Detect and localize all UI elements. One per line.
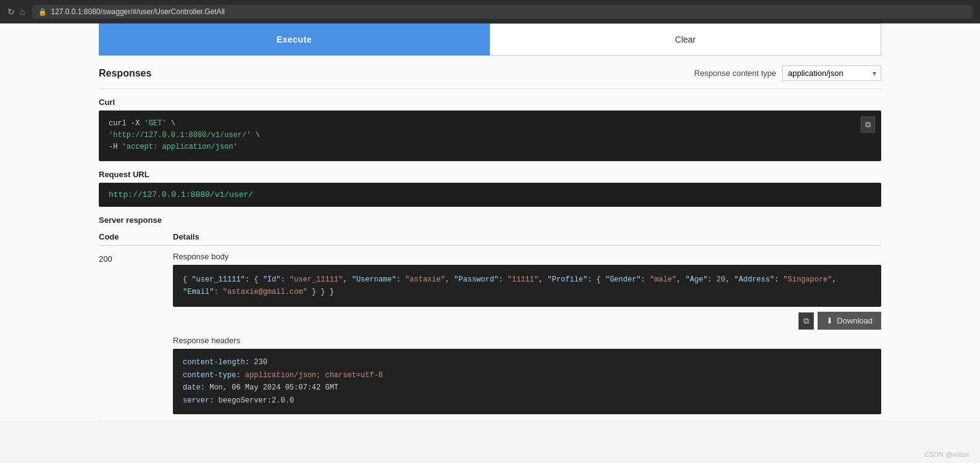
request-url-label: Request URL: [99, 161, 881, 183]
header-date: date: Mon, 06 May 2024 05:07:42 GMT: [183, 382, 871, 394]
copy-response-button[interactable]: ⧉: [798, 312, 814, 330]
home-button[interactable]: ⌂: [20, 7, 25, 17]
response-table-header: Code Details: [99, 228, 881, 246]
code-header: Code: [99, 232, 173, 241]
response-200-row: 200 Response body { "user_11111": { "Id"…: [99, 246, 881, 421]
response-type-select-wrapper: application/json: [782, 65, 881, 81]
response-code-200: 200: [99, 252, 173, 264]
server-response-label: Server response: [99, 207, 881, 228]
main-content: Execute Clear Responses Response content…: [0, 23, 980, 421]
clear-button[interactable]: Clear: [490, 23, 882, 56]
responses-title: Responses: [99, 68, 151, 79]
action-bar: Execute Clear: [99, 23, 881, 56]
url-text: 127.0.0.1:8080/swagger/#/user/UserContro…: [51, 7, 225, 16]
response-body-label: Response body: [173, 252, 881, 261]
response-content-type-select[interactable]: application/json: [782, 65, 881, 81]
curl-label: Curl: [99, 89, 881, 111]
curl-line1: curl -X 'GET' \: [109, 118, 871, 130]
browser-chrome: ↻ ⌂ 🔒 127.0.0.1:8080/swagger/#/user/User…: [0, 0, 980, 23]
header-server: server: beegoServer:2.0.0: [183, 394, 871, 407]
execute-button[interactable]: Execute: [99, 23, 490, 56]
header-content-length: content-length: 230: [183, 356, 871, 369]
curl-line3: -H 'accept: application/json': [109, 141, 871, 153]
download-icon: ⬇: [826, 316, 833, 325]
reload-button[interactable]: ↻: [7, 7, 15, 17]
address-bar[interactable]: 🔒 127.0.0.1:8080/swagger/#/user/UserCont…: [32, 5, 973, 19]
response-headers-label: Response headers: [173, 336, 881, 345]
response-type-row: Response content type application/json: [694, 65, 881, 81]
lock-icon: 🔒: [38, 8, 47, 16]
request-url-value: http://127.0.0.1:8080/v1/user/: [109, 190, 253, 199]
browser-controls: ↻ ⌂: [7, 7, 25, 17]
response-body-block: { "user_11111": { "Id": "user_11111", "U…: [173, 265, 881, 307]
download-label: Download: [837, 316, 873, 325]
response-details: Response body { "user_11111": { "Id": "u…: [173, 252, 881, 414]
download-area: ⧉ ⬇ Download: [173, 312, 881, 330]
curl-line2: 'http://127.0.0.1:8080/v1/user/' \: [109, 130, 871, 141]
details-header: Details: [173, 232, 199, 241]
responses-header: Responses Response content type applicat…: [99, 56, 881, 89]
curl-block: curl -X 'GET' \ 'http://127.0.0.1:8080/v…: [99, 111, 881, 161]
response-content-type-label: Response content type: [694, 69, 776, 78]
header-content-type: content-type: application/json; charset=…: [183, 369, 871, 382]
request-url-block: http://127.0.0.1:8080/v1/user/: [99, 183, 881, 207]
curl-copy-button[interactable]: ⧉: [861, 117, 875, 133]
download-button[interactable]: ⬇ Download: [818, 312, 881, 330]
response-headers-block: content-length: 230 content-type: applic…: [173, 349, 881, 414]
